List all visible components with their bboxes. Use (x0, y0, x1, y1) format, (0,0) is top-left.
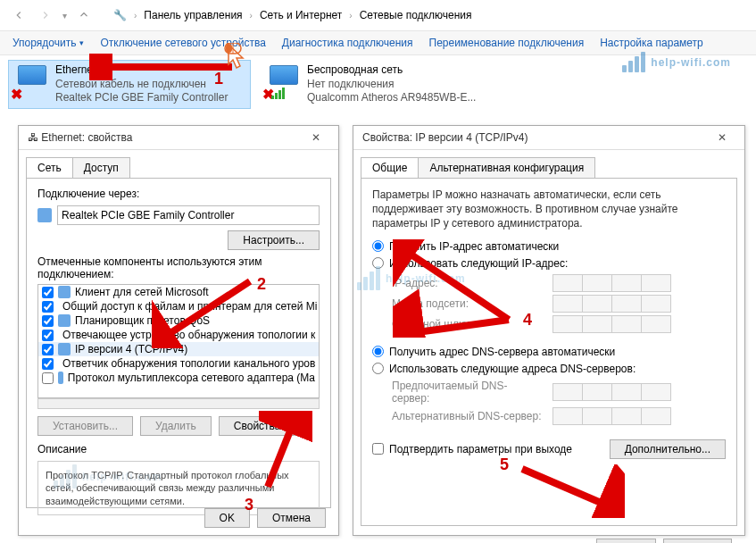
install-button[interactable]: Установить... (37, 416, 133, 436)
radio-ip-auto[interactable] (372, 240, 384, 252)
properties-button[interactable]: Свойства (219, 416, 296, 436)
disable-device-link[interactable]: Отключение сетевого устройства (100, 37, 265, 49)
conn-device: Qualcomm Atheros AR9485WB-E... (307, 91, 476, 105)
conn-device: Realtek PCIe GBE Family Controller (55, 91, 228, 105)
tab-access[interactable]: Доступ (72, 157, 130, 178)
rename-link[interactable]: Переименование подключения (429, 37, 585, 49)
ok-button[interactable]: OK (204, 508, 250, 528)
mask-label: Маска подсети: (392, 297, 544, 310)
close-button[interactable]: ✕ (303, 131, 329, 144)
nav-back-icon[interactable] (9, 5, 29, 25)
breadcrumb-bar: ▾ 🔧 › Панель управления › Сеть и Интерне… (0, 0, 756, 31)
description-text: Протокол TCP/IP. Стандартный протокол гл… (37, 461, 320, 515)
crumb-l1[interactable]: Сеть и Интернет (260, 9, 342, 21)
cancel-button[interactable]: Отмена (663, 539, 732, 543)
configure-button[interactable]: Настроить... (228, 230, 320, 250)
conn-title: Беспроводная сеть (307, 63, 476, 78)
dialog-title: Свойства: IP версии 4 (TCP/IPv4) (362, 131, 528, 144)
ip-addr-label: IP-адрес: (392, 277, 544, 289)
description-heading: Описание (37, 443, 320, 455)
connections-area: ✖ Ethernet Сетевой кабель не подключен R… (0, 55, 756, 117)
settings-link[interactable]: Настройка параметр (600, 37, 703, 49)
toolbar: Упорядочить Отключение сетевого устройст… (0, 31, 756, 55)
close-button[interactable]: ✕ (709, 131, 735, 144)
dns-alt-label: Альтернативный DNS-сервер: (392, 410, 544, 422)
list-item: Протокол мультиплексора сетевого адаптер… (38, 371, 319, 385)
nav-fwd-icon[interactable] (36, 5, 55, 25)
radio-dns-manual[interactable] (372, 363, 384, 374)
remove-button[interactable]: Удалить (140, 416, 212, 436)
list-item: Ответчик обнаружения топологии канальног… (38, 356, 319, 371)
gateway-label: Основной шлюз: (392, 318, 544, 330)
list-item: IP версии 4 (TCP/IPv4) (38, 342, 319, 356)
ok-button[interactable]: OK (596, 539, 656, 543)
info-text: Параметры IP можно назначать автоматичес… (372, 188, 726, 231)
tab-alt-config[interactable]: Альтернативная конфигурация (418, 157, 595, 178)
nav-up-icon[interactable] (74, 5, 94, 25)
cancel-button[interactable]: Отмена (257, 508, 326, 528)
gateway-field (552, 315, 671, 333)
control-panel-icon: 🔧 (113, 9, 127, 21)
list-item: Общий доступ к файлам и принтерам для се… (38, 299, 319, 313)
connect-via-label: Подключение через: (37, 188, 320, 200)
list-item: Клиент для сетей Microsoft (38, 285, 319, 299)
dns-pref-label: Предпочитаемый DNS-сервер: (392, 380, 544, 405)
tab-general[interactable]: Общие (361, 157, 419, 178)
adapter-props-icon: 🖧 (28, 131, 38, 144)
scrollbar[interactable] (37, 398, 320, 409)
advanced-button[interactable]: Дополнительно... (610, 439, 726, 459)
crumb-root[interactable]: Панель управления (144, 9, 242, 21)
crumb-l2[interactable]: Сетевые подключения (360, 9, 472, 21)
list-item: Планировщик пакетов QoS (38, 313, 319, 328)
components-label: Отмеченные компоненты используются этим … (37, 255, 320, 280)
tab-network[interactable]: Сеть (26, 157, 73, 178)
connection-wifi[interactable]: ✖ Беспроводная сеть Нет подключения Qual… (261, 61, 502, 108)
chevron-down-icon[interactable]: ▾ (62, 11, 67, 21)
connection-ethernet[interactable]: ✖ Ethernet Сетевой кабель не подключен R… (9, 61, 250, 108)
dialog-title: 🖧 Ethernet: свойства (28, 131, 132, 144)
mask-field (552, 295, 671, 313)
adapter-field[interactable] (57, 205, 320, 225)
components-list[interactable]: Клиент для сетей Microsoft Общий доступ … (37, 284, 320, 398)
diagnose-link[interactable]: Диагностика подключения (282, 37, 413, 49)
ipv4-properties-dialog: Свойства: IP версии 4 (TCP/IPv4) ✕ Общие… (353, 125, 745, 536)
dns-pref-field (552, 383, 671, 401)
adapter-icon (37, 208, 52, 222)
radio-ip-manual[interactable] (372, 257, 384, 269)
ip-addr-field (552, 274, 671, 292)
confirm-on-exit-checkbox[interactable] (372, 443, 384, 455)
wifi-icon: ✖ (266, 63, 302, 99)
dns-alt-field (552, 407, 671, 425)
organize-menu[interactable]: Упорядочить (12, 37, 84, 49)
conn-status: Сетевой кабель не подключен (55, 78, 228, 92)
radio-dns-auto[interactable] (372, 346, 384, 357)
conn-title: Ethernet (55, 63, 228, 78)
ethernet-icon: ✖ (14, 63, 50, 99)
list-item: Отвечающее устройство обнаружения тополо… (38, 328, 319, 342)
conn-status: Нет подключения (307, 78, 476, 92)
ethernet-properties-dialog: 🖧 Ethernet: свойства ✕ Сеть Доступ Подкл… (18, 125, 339, 536)
